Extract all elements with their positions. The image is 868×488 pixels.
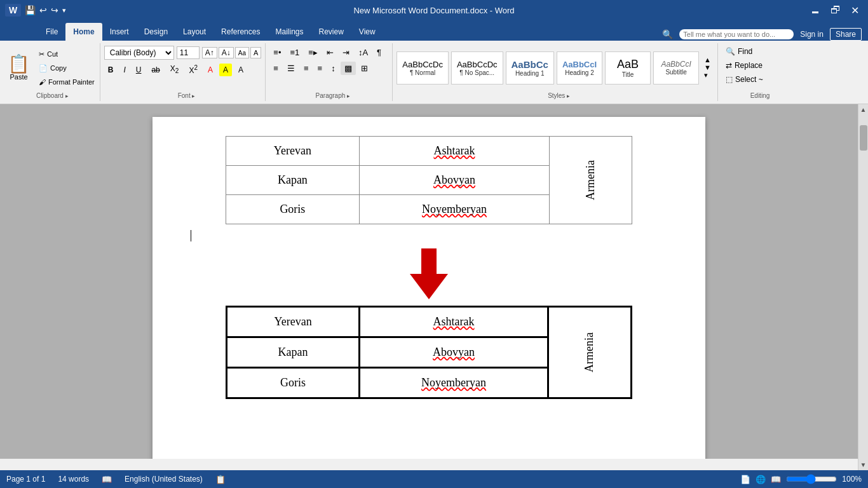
- quick-dropdown[interactable]: ▾: [62, 6, 66, 15]
- style-normal[interactable]: AaBbCcDc ¶ Normal: [397, 51, 449, 85]
- close-button[interactable]: ✕: [847, 3, 863, 18]
- font-size-increase[interactable]: A↑: [202, 47, 217, 58]
- tab-review[interactable]: Review: [311, 23, 351, 41]
- select-button[interactable]: ⬚ Select ~: [722, 74, 790, 85]
- tab-home[interactable]: Home: [65, 23, 102, 41]
- tab-mailings[interactable]: Mailings: [268, 23, 311, 41]
- font-family-selector[interactable]: Calibri (Body): [104, 46, 174, 60]
- strikethrough-button[interactable]: ab: [147, 64, 163, 76]
- share-button[interactable]: Share: [830, 28, 862, 41]
- borders-button[interactable]: ⊞: [357, 62, 372, 75]
- paste-button[interactable]: 📋 Paste: [3, 46, 35, 90]
- text-color-button[interactable]: A: [204, 64, 217, 76]
- zoom-slider[interactable]: [786, 474, 837, 484]
- bullet-list-button[interactable]: ≡•: [269, 46, 285, 59]
- cursor-line: [191, 229, 667, 242]
- styles-more-arrow[interactable]: ▾: [704, 71, 711, 79]
- tab-view[interactable]: View: [351, 23, 383, 41]
- quick-redo[interactable]: ↪: [51, 5, 58, 15]
- numbered-list-button[interactable]: ≡1: [287, 46, 304, 59]
- table-before: Yerevan Ashtarak Armenia Kapan Abovyan G…: [226, 136, 632, 224]
- document-area: Yerevan Ashtarak Armenia Kapan Abovyan G…: [0, 104, 858, 459]
- font-row1: Calibri (Body) A↑ A↓ Aa A: [104, 46, 262, 60]
- line-spacing-button[interactable]: ↕: [327, 62, 339, 75]
- font-size-decrease[interactable]: A↓: [219, 47, 234, 58]
- styles-row: AaBbCcDc ¶ Normal AaBbCcDc ¶ No Spac... …: [397, 46, 714, 90]
- style-h2-text: AaBbCcI: [562, 60, 597, 69]
- style-heading2[interactable]: AaBbCcI Heading 2: [557, 51, 602, 85]
- quick-undo[interactable]: ↩: [39, 5, 47, 15]
- page-info: Page 1 of 1: [6, 475, 45, 484]
- show-marks-button[interactable]: ¶: [373, 46, 385, 59]
- quick-save[interactable]: 💾: [25, 5, 36, 15]
- view-print-icon[interactable]: 📄: [740, 475, 750, 484]
- cell-ashtarak-1: Ashtarak: [359, 137, 549, 166]
- vertical-scrollbar[interactable]: ▲ ▼: [858, 104, 868, 470]
- justify-button[interactable]: ≡: [314, 62, 327, 75]
- subscript-button[interactable]: X2: [166, 62, 183, 76]
- tab-insert[interactable]: Insert: [102, 23, 137, 41]
- style-title[interactable]: AaB Title: [605, 51, 651, 85]
- decrease-indent-button[interactable]: ⇤: [323, 46, 337, 59]
- scroll-up-arrow[interactable]: ▲: [858, 104, 868, 115]
- align-center-button[interactable]: ☰: [283, 62, 299, 75]
- shading-para-button[interactable]: ▩: [341, 62, 356, 75]
- increase-indent-button[interactable]: ⇥: [339, 46, 353, 59]
- tab-layout[interactable]: Layout: [175, 23, 214, 41]
- style-heading1[interactable]: AaBbCc Heading 1: [506, 51, 554, 85]
- arrow-head: [410, 274, 448, 299]
- styles-down-arrow[interactable]: ▼: [704, 64, 711, 71]
- cell-goris-2: Goris: [227, 368, 360, 398]
- style-nospace-label: ¶ No Spac...: [459, 69, 494, 76]
- copy-button[interactable]: 📄 Copy: [36, 64, 97, 73]
- font-clear-format[interactable]: Aa: [235, 47, 249, 58]
- style-subtitle[interactable]: AaBbCcI Subtitle: [653, 51, 699, 85]
- highlight-button[interactable]: A: [219, 64, 232, 76]
- scroll-down-arrow[interactable]: ▼: [858, 459, 868, 470]
- ribbon-tab-bar: File Home Insert Design Layout Reference…: [0, 20, 868, 41]
- underline-button[interactable]: U: [132, 64, 146, 76]
- tab-design[interactable]: Design: [137, 23, 175, 41]
- tell-me-input[interactable]: [679, 29, 794, 39]
- maximize-button[interactable]: 🗗: [827, 3, 844, 18]
- shading-button[interactable]: A: [234, 64, 247, 76]
- select-label: Select ~: [735, 75, 763, 84]
- window-controls: 🗕 🗗 ✕: [806, 3, 863, 18]
- word-icon: W: [5, 4, 21, 17]
- find-label: Find: [738, 47, 752, 56]
- align-left-button[interactable]: ≡: [269, 62, 282, 75]
- tab-references[interactable]: References: [214, 23, 268, 41]
- style-no-spacing[interactable]: AaBbCcDc ¶ No Spac...: [451, 51, 503, 85]
- editing-label: Editing: [722, 92, 798, 100]
- scroll-thumb[interactable]: [860, 125, 867, 151]
- minimize-button[interactable]: 🗕: [806, 3, 824, 18]
- replace-icon: ⇄: [726, 61, 732, 70]
- format-painter-button[interactable]: 🖌 Format Painter: [36, 78, 97, 86]
- font-highlight-clear[interactable]: A: [250, 47, 261, 58]
- cell-noyemberyan-2: Noyemberyan: [360, 368, 548, 398]
- format-painter-icon: 🖌: [39, 78, 46, 86]
- styles-group: AaBbCcDc ¶ Normal AaBbCcDc ¶ No Spac... …: [393, 43, 718, 101]
- multilevel-list-button[interactable]: ≡▸: [304, 46, 322, 59]
- language-info: English (United States): [125, 475, 203, 484]
- font-size-input[interactable]: [177, 46, 200, 59]
- bold-button[interactable]: B: [104, 64, 118, 76]
- tab-file[interactable]: File: [38, 23, 65, 41]
- cell-abovyan-1: Abovyan: [359, 166, 549, 195]
- cut-button[interactable]: ✂ Cut: [36, 50, 97, 59]
- view-read-icon[interactable]: 📖: [771, 475, 781, 484]
- title-bar-left: W 💾 ↩ ↪ ▾: [5, 4, 66, 17]
- italic-button[interactable]: I: [119, 64, 129, 76]
- document-page[interactable]: Yerevan Ashtarak Armenia Kapan Abovyan G…: [153, 117, 705, 459]
- copy-label: Copy: [50, 64, 67, 72]
- proofing-icon[interactable]: 📖: [102, 475, 112, 484]
- styles-up-arrow[interactable]: ▲: [704, 56, 711, 64]
- sign-in-link[interactable]: Sign in: [800, 30, 824, 39]
- align-right-button[interactable]: ≡: [300, 62, 313, 75]
- find-button[interactable]: 🔍 Find: [722, 46, 790, 57]
- sort-button[interactable]: ↕A: [355, 46, 372, 59]
- cell-yerevan-2: Yerevan: [227, 307, 360, 337]
- replace-button[interactable]: ⇄ Replace: [722, 60, 790, 71]
- superscript-button[interactable]: X2: [185, 62, 201, 77]
- view-web-icon[interactable]: 🌐: [756, 475, 766, 484]
